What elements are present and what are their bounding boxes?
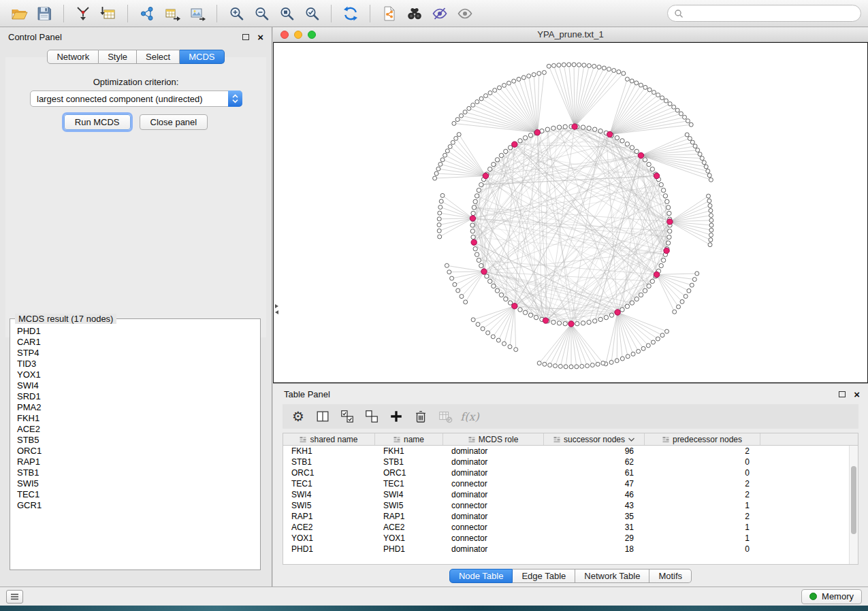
table-cell-successors: 31 xyxy=(544,523,645,532)
tab-edge-table[interactable]: Edge Table xyxy=(513,569,575,583)
tab-node-table[interactable]: Node Table xyxy=(449,569,513,583)
minimize-window-button[interactable] xyxy=(294,31,302,39)
mcds-result-item[interactable]: SRD1 xyxy=(17,391,260,402)
share-document-button[interactable] xyxy=(377,3,402,24)
mcds-result-item[interactable]: STB5 xyxy=(17,435,260,446)
deselect-all-button[interactable] xyxy=(361,407,382,426)
search-input[interactable] xyxy=(688,8,854,18)
tab-network-table[interactable]: Network Table xyxy=(575,569,649,583)
table-cell-shared-name: TEC1 xyxy=(283,479,375,489)
binoculars-button[interactable] xyxy=(402,3,427,24)
mcds-buttons: Run MCDS Close panel xyxy=(0,114,272,130)
column-header-successor-nodes[interactable]: successor nodes xyxy=(544,433,645,445)
select-all-button[interactable] xyxy=(337,407,357,426)
mcds-result-item[interactable]: STB1 xyxy=(17,467,260,478)
analyzer-button[interactable] xyxy=(428,3,452,24)
mcds-result-list[interactable]: PHD1CAR1STP4TID3YOX1SWI4SRD1PMA2FKH1ACE2… xyxy=(10,319,260,511)
table-row[interactable]: ORC1ORC1dominator610 xyxy=(283,467,858,478)
tab-style[interactable]: Style xyxy=(99,50,137,64)
table-cell-predecessors: 1 xyxy=(645,501,760,510)
criterion-select[interactable]: largest connected component (undirected) xyxy=(30,90,242,107)
export-image-button[interactable] xyxy=(185,3,210,24)
table-scrollbar[interactable] xyxy=(849,446,858,564)
tab-network[interactable]: Network xyxy=(47,50,99,64)
table-row[interactable]: TEC1TEC1connector472 xyxy=(283,478,858,489)
run-mcds-button[interactable]: Run MCDS xyxy=(64,114,131,130)
open-file-button[interactable] xyxy=(7,3,31,24)
network-window-titlebar[interactable]: YPA_prune.txt_1 xyxy=(273,27,868,42)
close-panel-icon[interactable]: × xyxy=(257,32,263,42)
mcds-result-item[interactable]: GCR1 xyxy=(17,500,260,511)
import-table-button[interactable] xyxy=(96,3,120,24)
network-canvas[interactable] xyxy=(273,42,868,383)
analyzer-eye-icon xyxy=(432,5,448,22)
scrollbar-thumb[interactable] xyxy=(851,466,856,534)
visibility-button[interactable] xyxy=(453,3,477,24)
zoom-in-button[interactable] xyxy=(224,3,248,24)
export-table-button[interactable] xyxy=(160,3,184,24)
zoom-fit-button[interactable] xyxy=(300,3,324,24)
table-cell-predecessors: 1 xyxy=(645,523,760,532)
mcds-result-item[interactable]: ACE2 xyxy=(17,424,260,435)
column-label: name xyxy=(404,435,424,444)
function-builder-button[interactable]: f(x) xyxy=(460,407,480,426)
mcds-result-item[interactable]: PHD1 xyxy=(17,326,260,337)
mcds-result-item[interactable]: TID3 xyxy=(17,359,260,369)
status-menu-button[interactable] xyxy=(6,590,23,604)
table-row[interactable]: SWI4SWI4dominator462 xyxy=(283,489,858,500)
save-button[interactable] xyxy=(32,3,57,24)
delete-row-button[interactable] xyxy=(411,407,431,426)
table-row[interactable]: STB1STB1dominator620 xyxy=(283,457,858,467)
tab-motifs[interactable]: Motifs xyxy=(649,569,692,583)
memory-button[interactable]: Memory xyxy=(801,589,862,604)
table-row[interactable]: ACE2ACE2connector311 xyxy=(283,522,858,533)
hamburger-icon xyxy=(10,593,19,600)
close-panel-icon[interactable]: × xyxy=(854,389,860,399)
add-row-button[interactable] xyxy=(386,407,406,426)
mcds-result-item[interactable]: SWI4 xyxy=(17,380,260,391)
refresh-layout-button[interactable] xyxy=(338,3,363,24)
close-panel-button[interactable]: Close panel xyxy=(140,114,208,130)
mcds-result-item[interactable]: FKH1 xyxy=(17,413,260,424)
mcds-result-item[interactable]: STP4 xyxy=(17,348,260,359)
column-chooser-button[interactable] xyxy=(312,407,333,426)
table-settings-button[interactable]: ⚙ xyxy=(288,407,308,426)
zoom-reset-button[interactable] xyxy=(274,3,299,24)
tab-mcds[interactable]: MCDS xyxy=(180,50,224,64)
table-row[interactable]: SWI5SWI5connector431 xyxy=(283,500,858,511)
table-row[interactable]: PHD1PHD1dominator180 xyxy=(283,544,858,555)
table-row[interactable]: FKH1FKH1dominator962 xyxy=(283,446,858,457)
mcds-result-item[interactable]: SWI5 xyxy=(17,478,260,489)
zoom-out-button[interactable] xyxy=(249,3,274,24)
mcds-result-item[interactable]: RAP1 xyxy=(17,457,260,467)
table-row[interactable]: RAP1RAP1dominator352 xyxy=(283,511,858,522)
close-window-button[interactable] xyxy=(280,31,289,39)
memory-label: Memory xyxy=(822,591,854,601)
table-cell-predecessors: 2 xyxy=(645,490,760,499)
mcds-result-item[interactable]: ORC1 xyxy=(17,446,260,457)
sort-icon xyxy=(553,436,560,443)
mcds-result-item[interactable]: PMA2 xyxy=(17,402,260,413)
table-row[interactable]: YOX1YOX1connector291 xyxy=(283,533,858,544)
column-header-predecessor-nodes[interactable]: predecessor nodes xyxy=(645,433,760,445)
export-network-button[interactable] xyxy=(135,3,159,24)
mcds-result-item[interactable]: YOX1 xyxy=(17,369,260,380)
table-cell-role: dominator xyxy=(443,512,544,521)
table-cell-successors: 46 xyxy=(544,490,645,499)
float-panel-icon[interactable] xyxy=(242,34,249,40)
toolbar-separator xyxy=(331,5,332,22)
mcds-result-item[interactable]: CAR1 xyxy=(17,337,260,348)
column-header-name[interactable]: name xyxy=(375,433,443,445)
splitter-collapse-buttons[interactable] xyxy=(274,301,279,320)
mcds-result-item[interactable]: TEC1 xyxy=(17,489,260,500)
column-header-shared-name[interactable]: shared name xyxy=(283,433,375,445)
table-cell-name: TEC1 xyxy=(375,479,443,489)
zoom-window-button[interactable] xyxy=(308,31,316,39)
float-panel-icon[interactable] xyxy=(839,391,846,397)
import-table-disabled-button[interactable] xyxy=(435,407,455,426)
main-toolbar xyxy=(0,0,868,27)
column-header-mcds-role[interactable]: MCDS role xyxy=(443,433,544,445)
import-network-button[interactable] xyxy=(71,3,95,24)
tab-select[interactable]: Select xyxy=(137,50,180,64)
network-graph[interactable] xyxy=(274,43,867,382)
